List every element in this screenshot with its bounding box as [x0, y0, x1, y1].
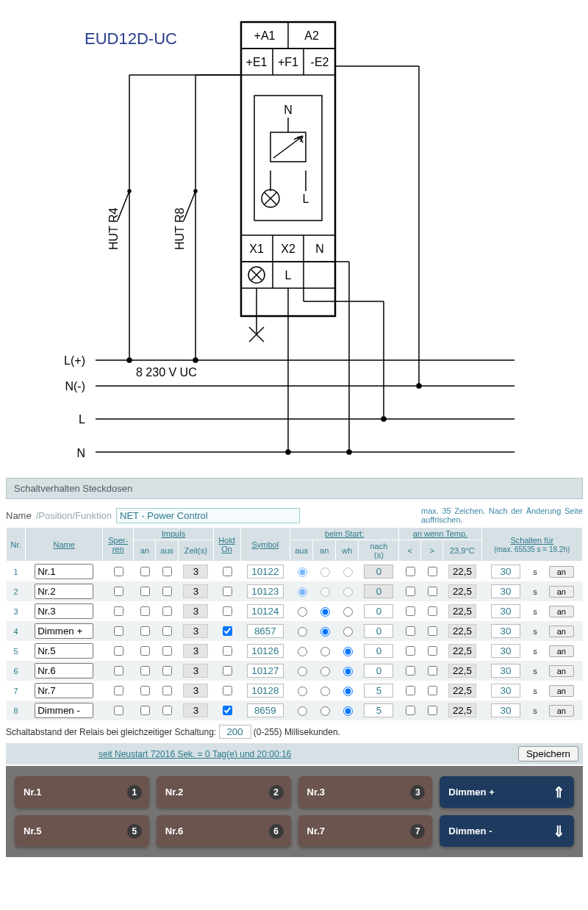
col-sperren[interactable]: Sper- ren	[108, 536, 128, 553]
sperren-checkbox[interactable]	[114, 666, 123, 676]
holdon-checkbox[interactable]	[223, 606, 232, 616]
sperren-checkbox[interactable]	[114, 606, 123, 616]
save-button[interactable]: Speichern	[518, 746, 578, 762]
sperren-checkbox[interactable]	[114, 706, 123, 715]
holdon-checkbox[interactable]	[223, 567, 232, 576]
start-an-radio[interactable]	[320, 607, 330, 617]
impuls-aus-checkbox[interactable]	[162, 686, 172, 695]
col-holdon[interactable]: Hold On	[218, 536, 235, 553]
row-name-input[interactable]	[35, 683, 93, 698]
temp-input[interactable]	[448, 584, 476, 598]
an-button[interactable]: an	[549, 606, 574, 617]
symbol-input[interactable]	[247, 684, 284, 698]
temp-gt-checkbox[interactable]	[428, 587, 437, 596]
pad-button[interactable]: Nr.22	[157, 776, 291, 808]
an-button[interactable]: an	[549, 665, 574, 677]
start-aus-radio[interactable]	[298, 647, 307, 656]
start-wh-radio[interactable]	[343, 607, 353, 617]
impuls-an-checkbox[interactable]	[140, 666, 150, 676]
start-wh-radio[interactable]	[343, 627, 353, 637]
schalten-input[interactable]	[491, 584, 520, 598]
temp-lt-checkbox[interactable]	[406, 606, 415, 616]
start-aus-radio[interactable]	[298, 587, 307, 597]
start-an-radio[interactable]	[320, 627, 330, 637]
symbol-input[interactable]	[247, 703, 284, 717]
device-name-input[interactable]	[116, 508, 300, 523]
impuls-aus-checkbox[interactable]	[162, 567, 172, 576]
start-an-radio[interactable]	[320, 647, 330, 656]
temp-gt-checkbox[interactable]	[428, 606, 437, 616]
schalten-input[interactable]	[491, 684, 520, 698]
nach-input[interactable]	[364, 584, 393, 598]
start-aus-radio[interactable]	[298, 667, 307, 676]
temp-lt-checkbox[interactable]	[406, 567, 415, 576]
impuls-an-checkbox[interactable]	[140, 686, 150, 695]
temp-input[interactable]	[448, 703, 476, 717]
zeit-input[interactable]	[183, 565, 208, 578]
an-button[interactable]: an	[549, 645, 574, 657]
pad-button[interactable]: Nr.33	[298, 776, 433, 808]
impuls-an-checkbox[interactable]	[140, 646, 150, 656]
temp-input[interactable]	[448, 565, 476, 578]
temp-lt-checkbox[interactable]	[406, 587, 415, 596]
col-beimstart[interactable]: beim Start:	[325, 529, 364, 538]
zeit-input[interactable]	[183, 584, 208, 598]
pad-button[interactable]: Nr.77	[298, 815, 433, 847]
temp-gt-checkbox[interactable]	[428, 686, 437, 695]
zeit-input[interactable]	[183, 644, 208, 658]
sperren-checkbox[interactable]	[114, 587, 123, 596]
symbol-input[interactable]	[247, 604, 284, 618]
temp-input[interactable]	[448, 624, 476, 638]
col-name[interactable]: Name	[53, 540, 74, 549]
start-wh-radio[interactable]	[343, 667, 353, 676]
row-name-input[interactable]	[35, 643, 93, 659]
pad-button[interactable]: Dimmen +⇑	[440, 776, 574, 808]
temp-lt-checkbox[interactable]	[406, 686, 415, 695]
start-aus-radio[interactable]	[298, 607, 307, 617]
temp-gt-checkbox[interactable]	[428, 567, 437, 576]
impuls-aus-checkbox[interactable]	[162, 706, 172, 715]
row-name-input[interactable]	[35, 623, 93, 639]
start-wh-radio[interactable]	[343, 687, 353, 696]
temp-lt-checkbox[interactable]	[406, 646, 415, 656]
an-button[interactable]: an	[549, 566, 574, 578]
nach-input[interactable]	[364, 624, 393, 638]
start-aus-radio[interactable]	[298, 567, 307, 577]
zeit-input[interactable]	[183, 664, 208, 678]
pad-button[interactable]: Nr.55	[15, 815, 149, 847]
nach-input[interactable]	[364, 703, 393, 717]
sperren-checkbox[interactable]	[114, 567, 123, 576]
start-aus-radio[interactable]	[298, 706, 307, 716]
temp-input[interactable]	[448, 684, 476, 698]
temp-input[interactable]	[448, 664, 476, 678]
nach-input[interactable]	[364, 604, 393, 618]
nach-input[interactable]	[364, 565, 393, 578]
impuls-an-checkbox[interactable]	[140, 606, 150, 616]
schalten-input[interactable]	[491, 565, 520, 578]
sperren-checkbox[interactable]	[114, 626, 123, 636]
nach-input[interactable]	[364, 684, 393, 698]
impuls-aus-checkbox[interactable]	[162, 606, 172, 616]
holdon-checkbox[interactable]	[223, 706, 232, 715]
start-wh-radio[interactable]	[343, 647, 353, 656]
sperren-checkbox[interactable]	[114, 686, 123, 695]
row-name-input[interactable]	[35, 584, 93, 599]
symbol-input[interactable]	[247, 644, 284, 658]
temp-lt-checkbox[interactable]	[406, 666, 415, 676]
start-wh-radio[interactable]	[343, 567, 353, 577]
start-an-radio[interactable]	[320, 587, 330, 597]
temp-gt-checkbox[interactable]	[428, 706, 437, 715]
symbol-input[interactable]	[247, 565, 284, 578]
temp-input[interactable]	[448, 604, 476, 618]
impuls-aus-checkbox[interactable]	[162, 666, 172, 676]
row-name-input[interactable]	[35, 564, 93, 579]
temp-gt-checkbox[interactable]	[428, 646, 437, 656]
start-wh-radio[interactable]	[343, 706, 353, 716]
schalten-input[interactable]	[491, 644, 520, 658]
holdon-checkbox[interactable]	[223, 626, 232, 636]
uptime-link[interactable]: seit Neustart 72016 Sek. = 0 Tag(e) und …	[98, 749, 291, 759]
pad-button[interactable]: Nr.66	[157, 815, 291, 847]
holdon-checkbox[interactable]	[223, 686, 232, 695]
schalten-input[interactable]	[491, 703, 520, 717]
temp-lt-checkbox[interactable]	[406, 626, 415, 636]
